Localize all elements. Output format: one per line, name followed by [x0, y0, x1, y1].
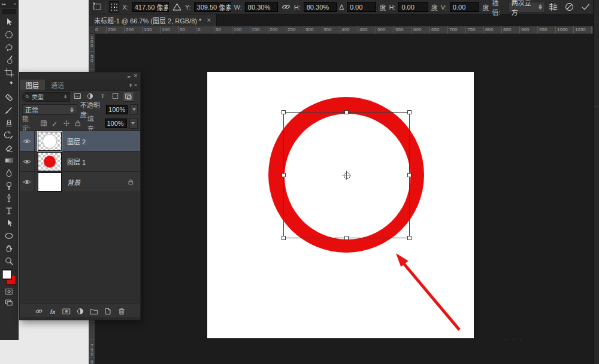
annotation-arrow [396, 253, 459, 330]
elliptical-marquee-tool[interactable] [0, 28, 18, 41]
tab-close-icon[interactable]: × [207, 16, 211, 25]
transform-handle-middle-right[interactable] [407, 173, 412, 177]
link-layers-icon[interactable] [34, 307, 44, 316]
layer-row-layer1[interactable]: 图层 1 [20, 151, 140, 172]
transform-handle-top-right[interactable] [407, 110, 412, 114]
maintain-aspect-ratio-icon[interactable] [281, 2, 291, 12]
free-transform-bounding-box[interactable] [283, 112, 410, 238]
panel-drag-bar[interactable] [2, 9, 16, 14]
opacity-field[interactable]: 100% [106, 105, 128, 114]
layer-group-icon[interactable] [89, 307, 99, 316]
ellipse-tool[interactable] [0, 229, 18, 242]
panel-menu-icon[interactable]: ≡ [129, 80, 140, 90]
blend-mode-row: 正常 不透明度: 100% [20, 102, 140, 117]
layer-row-background[interactable]: 背景 [20, 172, 140, 192]
layer-thumbnail[interactable] [38, 172, 62, 192]
history-brush-tool[interactable] [0, 129, 18, 141]
zoom-tool[interactable] [0, 254, 18, 267]
layer-mask-icon[interactable] [62, 307, 71, 316]
collapse-panel-icon[interactable]: ▸▸ [2, 2, 6, 7]
interpolation-dropdown[interactable]: 两次立方 [509, 2, 545, 13]
cancel-transform-icon[interactable] [564, 2, 574, 12]
delete-layer-icon[interactable] [117, 307, 126, 316]
layer-visibility-toggle[interactable] [20, 151, 35, 171]
gradient-tool[interactable] [0, 154, 18, 166]
layer-style-icon[interactable]: fx [48, 307, 58, 316]
h-ruler-label: 100 [162, 27, 170, 32]
quick-mask-button[interactable] [0, 286, 18, 297]
quick-selection-tool[interactable] [0, 53, 18, 66]
ruler-origin-corner[interactable] [89, 26, 95, 34]
lock-position-icon[interactable] [62, 119, 71, 128]
transform-handle-middle-left[interactable] [282, 173, 286, 177]
eraser-tool[interactable] [0, 141, 18, 154]
adjustment-layer-icon[interactable] [75, 307, 85, 316]
type-tool[interactable] [0, 204, 18, 217]
rotate-field[interactable]: 0.00 [347, 2, 376, 12]
transform-reference-point[interactable] [344, 172, 350, 179]
fill-dropdown-button[interactable] [129, 118, 138, 129]
tab-channels[interactable]: 通道 [45, 80, 70, 90]
blur-tool[interactable] [0, 166, 18, 179]
collapse-panel-icon[interactable]: ▸▸ [128, 74, 130, 78]
transform-handle-top-middle[interactable] [344, 110, 349, 114]
free-transform-tool-icon [92, 2, 102, 12]
lock-all-icon[interactable] [74, 119, 83, 128]
vskew-field[interactable]: 0.00 [450, 2, 479, 12]
eyedropper-tool[interactable] [0, 78, 18, 91]
hskew-field[interactable]: 0.00 [398, 2, 428, 12]
spot-healing-brush-tool[interactable] [0, 91, 18, 104]
lasso-tool[interactable] [0, 41, 18, 53]
width-field[interactable]: 80.30% [245, 2, 278, 12]
layer-thumbnail[interactable] [38, 132, 62, 151]
reference-point-locator[interactable] [109, 1, 119, 13]
pen-tool[interactable] [0, 192, 18, 204]
rotate-icon: ∆ [340, 3, 344, 11]
move-tool[interactable] [0, 16, 18, 28]
close-panel-icon[interactable]: × [134, 73, 137, 79]
relative-positioning-icon[interactable] [172, 2, 182, 12]
hand-tool[interactable] [0, 242, 18, 254]
type-layer-filter-icon[interactable]: T [98, 92, 108, 101]
path-selection-tool[interactable] [0, 217, 18, 229]
crop-tool[interactable] [0, 66, 18, 78]
opacity-dropdown-button[interactable] [131, 104, 138, 115]
screen-mode-button[interactable] [0, 297, 18, 308]
layer-filter-type-dropdown[interactable]: 类型 [22, 92, 70, 102]
transform-handle-top-left[interactable] [282, 110, 286, 114]
adjustment-layer-filter-icon[interactable] [85, 92, 95, 101]
lock-transparency-icon[interactable] [40, 119, 49, 128]
new-layer-icon[interactable] [103, 307, 113, 316]
layer-name[interactable]: 背景 [67, 177, 80, 187]
layer-visibility-toggle[interactable] [20, 131, 35, 151]
shape-layer-filter-icon[interactable] [110, 92, 120, 101]
pixel-layer-filter-icon[interactable] [72, 92, 83, 101]
close-panel-icon[interactable]: × [14, 2, 16, 6]
height-field[interactable]: 80.30% [304, 2, 337, 12]
layer-thumbnail[interactable] [38, 152, 62, 171]
smart-object-filter-icon[interactable] [123, 92, 134, 102]
layer-name[interactable]: 图层 2 [67, 136, 86, 146]
panel-resize-edge[interactable] [20, 317, 140, 320]
layer-name[interactable]: 图层 1 [67, 157, 86, 166]
warp-mode-toggle-icon[interactable] [548, 2, 558, 12]
y-position-field[interactable]: 309.50像素 [194, 2, 231, 12]
dodge-tool[interactable] [0, 179, 18, 192]
foreground-color-swatch[interactable] [2, 269, 12, 280]
brush-tool[interactable] [0, 104, 18, 116]
lock-image-icon[interactable] [51, 119, 60, 128]
vskew-label: V: [441, 4, 447, 11]
document-tab[interactable]: 未标题-1 @ 66.7% (图层 2, RGB/8) * × [89, 14, 217, 26]
canvas[interactable] [207, 72, 474, 338]
transform-handle-bottom-left[interactable] [282, 236, 286, 240]
collapsed-panel-dock[interactable] [593, 0, 599, 364]
layer-row-layer2[interactable]: 图层 2 [20, 131, 140, 151]
layer-visibility-toggle[interactable] [20, 172, 35, 192]
transform-handle-bottom-right[interactable] [407, 236, 412, 240]
tab-layers[interactable]: 图层 [20, 80, 45, 90]
commit-transform-icon[interactable] [580, 2, 591, 12]
clone-stamp-tool[interactable] [0, 116, 18, 129]
transform-handle-bottom-middle[interactable] [344, 236, 349, 240]
fill-field[interactable]: 100% [105, 119, 128, 128]
x-position-field[interactable]: 417.50像素 [132, 2, 169, 12]
